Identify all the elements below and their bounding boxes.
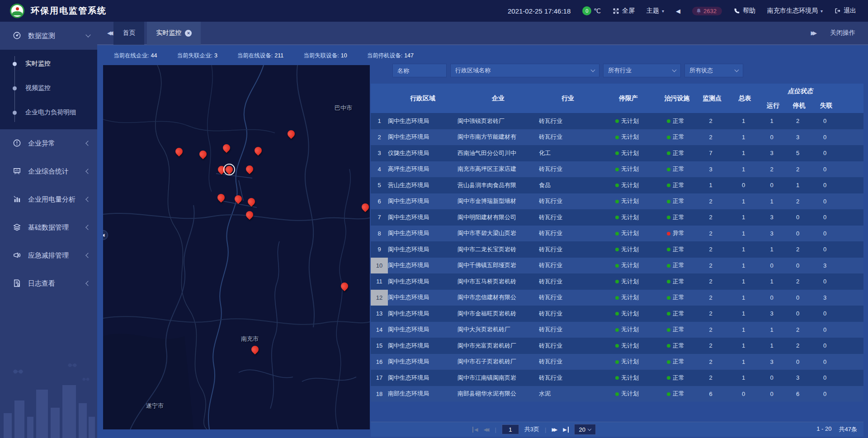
tab-bar: ◀◀ 首页实时监控× ▶▶ 关闭操作 [97,22,868,45]
table-row[interactable]: 5营山生态环境局营山县润丰肉食品有限食品无计划正常10010 [371,177,863,193]
row-index: 15 [371,338,388,354]
cell-region: 阆中生态环境局 [388,310,458,318]
table-row[interactable]: 9阆中生态环境局阆中市二龙长宝页岩砖砖瓦行业无计划正常21120 [371,241,863,258]
first-page-button[interactable]: ◀ [472,427,478,433]
page-number-input[interactable] [502,424,519,434]
table-row[interactable]: 3仪陇生态环境局西南油气田分公司川中化工无计划正常71350 [371,145,863,161]
sidebar-subitem[interactable]: 实时监控 [0,52,97,76]
cell-region: 阆中生态环境局 [388,374,458,382]
sidebar-item[interactable]: 企业用电量分析 [0,185,97,213]
phone-icon [734,8,740,14]
table-row[interactable]: 8阆中生态环境局阆中市枣碧大梁山页岩砖瓦行业无计划异常21300 [371,226,863,242]
fullscreen-button[interactable]: 全屏 [613,7,635,15]
table-row[interactable]: 16阆中生态环境局阆中市石子页岩机砖厂砖瓦行业无计划正常21300 [371,354,863,370]
cell-points: 2 [694,262,730,269]
table-row[interactable]: 14阆中生态环境局阆中大兴页岩机砖厂砖瓦行业无计划正常21120 [371,322,863,338]
prev-page-button[interactable]: ◀◀ [483,427,489,433]
cell-industry: 水泥 [539,390,597,398]
table-row[interactable]: 18南部生态环境局南部县砌华水泥有限公水泥无计划正常60060 [371,386,863,402]
help-button[interactable]: 帮助 [734,7,755,15]
table-row[interactable]: 13阆中生态环境局阆中市金福旺页岩机砖砖瓦行业无计划正常21300 [371,306,863,322]
row-index: 6 [371,193,388,210]
cell-points: 2 [694,278,730,285]
organization-menu[interactable]: 南充市生态环境局 ▾ [767,7,823,15]
cell-industry: 化工 [539,149,597,157]
status-dot-icon [615,184,619,187]
sidebar-item[interactable]: 数据监测 [0,22,97,50]
stats-board-icon [13,167,22,176]
sidebar-subitem[interactable]: 视频监控 [0,76,97,100]
last-page-button[interactable]: ▶ [563,427,568,433]
cell-meters: 1 [730,294,760,301]
cell-region: 阆中生态环境局 [388,229,458,237]
tab-item[interactable]: 首页 [113,21,144,45]
voice-toggle[interactable]: ◀ [676,8,680,14]
row-index: 17 [371,370,388,386]
cell-run: 3 [760,310,787,317]
status-dot-icon [667,392,670,396]
sidebar-item[interactable]: 日志查看 [0,269,97,297]
cell-stop: 3 [787,134,811,141]
table-row[interactable]: 1阆中生态环境局阆中强锐页岩砖厂砖瓦行业无计划正常21120 [371,113,863,129]
table-header: 行政区域 企业 行业 停限产 治污设施 监测点 总表 点位状态 运行 停机 失联 [371,84,863,113]
notification-badge[interactable]: 2632 [692,7,722,15]
table-row[interactable]: 11阆中生态环境局阆中市五马桥页岩机砖砖瓦行业无计划正常21120 [371,273,863,290]
top-header: 环保用电监管系统 2021-02-25 17:46:18 0 ℃ 全屏 主题 ▾… [0,0,868,22]
region-filter-select[interactable]: 行政区域名称 [450,64,599,77]
cell-meters: 1 [730,246,760,253]
table-row[interactable]: 10阆中生态环境局阆中千佛镇五郎垭页岩砖瓦行业无计划正常21003 [371,258,863,274]
cell-lost: 0 [811,326,841,333]
status-filter-select[interactable]: 所有状态 [684,64,743,77]
row-index: 12 [371,290,388,306]
tabs-scroll-right-button[interactable]: ▶▶ [811,30,815,36]
cell-stop: 2 [787,246,811,253]
table-row[interactable]: 7阆中生态环境局阆中明阳建材有限公司砖瓦行业无计划正常21300 [371,209,863,226]
logout-button[interactable]: 退出 [835,7,856,15]
next-page-button[interactable]: ▶▶ [552,427,557,433]
sidebar-item[interactable]: 应急减排管理 [0,241,97,269]
record-total-label: 共47条 [839,425,857,433]
cell-company: 西南油气田分公司川中 [458,149,539,157]
tabs-scroll-left-button[interactable]: ◀◀ [107,30,111,36]
status-dot-icon [667,184,670,187]
sidebar-subitem[interactable]: 企业电力负荷明细 [0,100,97,125]
stat-value: 147 [404,52,414,59]
table-row[interactable]: 12阆中生态环境局阆中市忠信建材有限公砖瓦行业无计划正常21003 [371,290,863,306]
status-dot-icon [615,344,619,348]
close-operations-button[interactable]: 关闭操作 [830,29,855,37]
name-filter-field[interactable] [392,64,447,77]
status-dot-icon [667,344,670,348]
cell-facility: 正常 [660,374,694,382]
cell-plan: 无计划 [597,310,660,318]
sidebar-item[interactable]: 基础数据管理 [0,213,97,241]
table-row[interactable]: 17阆中生态环境局阆中市江南镇阆南页岩砖瓦行业无计划正常21030 [371,370,863,386]
map-panel[interactable]: 巴中市南充市遂宁市 ◀ [103,65,370,429]
row-index: 3 [371,145,388,161]
table-row[interactable]: 15阆中生态环境局阆中市光富页岩机砖厂砖瓦行业无计划正常21120 [371,338,863,354]
table-row[interactable]: 4高坪生态环境局南充市高坪区王家店建砖瓦行业无计划正常31220 [371,161,863,178]
cell-company: 阆中市二龙长宝页岩砖 [458,245,539,254]
stat-label: 当前失联企业: [177,52,212,59]
cell-points: 2 [694,118,730,124]
cell-plan: 无计划 [597,229,660,237]
sidebar-item[interactable]: 企业异常 [0,129,97,157]
cell-plan: 无计划 [597,278,660,286]
bar-chart-icon [13,195,22,204]
name-filter-input[interactable] [397,67,442,74]
industry-filter-select[interactable]: 所有行业 [603,64,681,77]
tab-active[interactable]: 实时监控× [147,21,201,45]
row-index: 8 [371,226,388,242]
sidebar-item[interactable]: 企业综合统计 [0,157,97,185]
table-row[interactable]: 2阆中生态环境局阆中市南方节能建材有砖瓦行业无计划正常21030 [371,129,863,146]
status-dot-icon [667,296,670,300]
cell-points: 2 [694,134,730,141]
cell-stop: 6 [787,391,811,397]
table-row[interactable]: 6阆中生态环境局阆中市金博瑞新型墙材砖瓦行业无计划正常21120 [371,193,863,210]
map-pin-icon[interactable] [224,165,235,175]
cell-stop: 0 [787,294,811,301]
cell-points: 2 [694,214,730,221]
tab-close-icon[interactable]: × [185,30,192,37]
page-size-select[interactable]: 20 [574,424,596,435]
row-index: 1 [371,113,388,129]
theme-menu[interactable]: 主题 ▾ [646,7,664,15]
